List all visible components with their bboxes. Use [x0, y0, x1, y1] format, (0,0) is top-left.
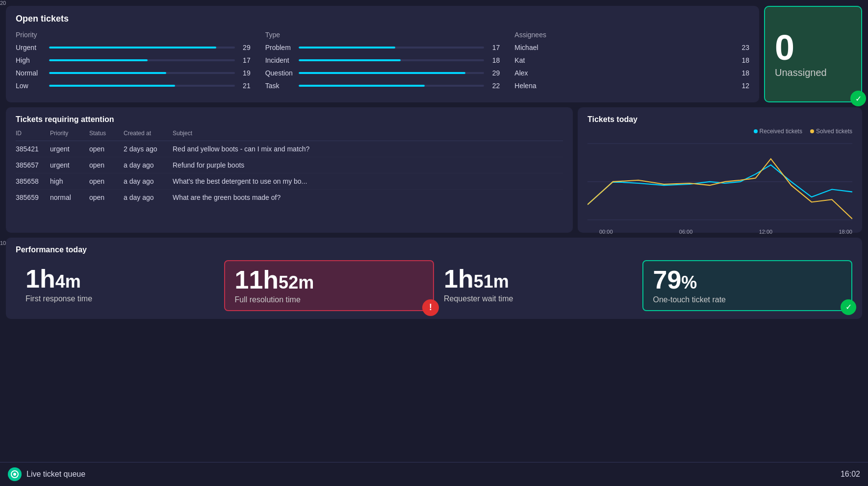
- x-label-0600: 06:00: [679, 229, 693, 235]
- type-section: Type Problem 17 Incident 18: [265, 31, 500, 95]
- unassigned-card: 0 Unassigned ✓: [764, 6, 862, 102]
- x-label-0000: 00:00: [599, 229, 613, 235]
- cell-created: a day ago: [124, 173, 173, 190]
- attention-title: Tickets requiring attention: [16, 115, 563, 124]
- bar-count-problem: 17: [488, 44, 500, 51]
- cell-priority: normal: [50, 190, 89, 206]
- assignee-count-alex: 18: [741, 69, 749, 77]
- performance-section: Performance today 1h4m First response ti…: [6, 238, 862, 319]
- assignee-row-kat: Kat 18: [514, 56, 749, 64]
- bar-label-high: High: [16, 56, 45, 64]
- bar-row-high: High 17: [16, 56, 251, 64]
- solved-line: [587, 159, 852, 219]
- dashboard: Open tickets Priority Urgent 29 High: [0, 0, 868, 486]
- metric-val2: 11h: [235, 266, 279, 294]
- legend-solved-label: Solved tickets: [816, 128, 852, 135]
- col-header-id: ID: [16, 130, 50, 141]
- footer-title: Live ticket queue: [26, 470, 85, 479]
- metric-first-response: 1h4m First response time: [16, 260, 224, 311]
- legend-solved: Solved tickets: [810, 128, 852, 135]
- assignee-row-michael: Michael 23: [514, 44, 749, 51]
- assignee-row-alex: Alex 18: [514, 69, 749, 77]
- bar-fill-urgent: [49, 47, 216, 49]
- middle-section: Tickets requiring attention ID Priority …: [6, 107, 862, 233]
- assignee-name-michael: Michael: [514, 44, 538, 51]
- performance-title: Performance today: [16, 245, 852, 254]
- cell-status: open: [89, 173, 124, 190]
- chart-legend: Received tickets Solved tickets: [587, 128, 852, 135]
- cell-created: 2 days ago: [124, 141, 173, 157]
- bar-fill-task: [299, 85, 425, 87]
- metric-full-resolution: 11h52m Full resolution time !: [224, 260, 434, 311]
- assignee-count-helena: 12: [741, 82, 749, 90]
- y-label-10: 10: [0, 240, 6, 246]
- unassigned-check-icon: ✓: [850, 91, 866, 106]
- cell-created: a day ago: [124, 190, 173, 206]
- cell-subject: Refund for purple boots: [173, 157, 563, 173]
- y-label-20: 20: [0, 0, 6, 6]
- metric-requester-wait: 1h51m Requester wait time: [434, 260, 642, 311]
- open-tickets-content: Priority Urgent 29 High 17: [16, 31, 749, 95]
- assignee-name-helena: Helena: [514, 82, 536, 90]
- chart-svg: [587, 139, 852, 225]
- bar-label-task: Task: [265, 82, 295, 90]
- bar-count-question: 29: [488, 69, 500, 77]
- bar-fill-low: [49, 85, 175, 87]
- cell-status: open: [89, 141, 124, 157]
- priority-section: Priority Urgent 29 High 17: [16, 31, 251, 95]
- assignee-count-kat: 18: [741, 56, 749, 64]
- bar-fill-problem: [299, 47, 395, 49]
- assignee-name-alex: Alex: [514, 69, 528, 77]
- bar-label-normal: Normal: [16, 69, 45, 77]
- attention-card: Tickets requiring attention ID Priority …: [6, 107, 573, 233]
- metric-one-touch: 79% One-touch ticket rate ✓: [642, 260, 853, 311]
- col-header-status: Status: [89, 130, 124, 141]
- bar-fill-high: [49, 59, 148, 61]
- bar-count-low: 21: [239, 82, 251, 90]
- bar-container-task: [299, 85, 485, 87]
- bar-container-problem: [299, 47, 485, 49]
- table-row[interactable]: 385658 high open a day ago What's the be…: [16, 173, 563, 190]
- bar-container-urgent: [49, 47, 235, 49]
- bar-count-task: 22: [488, 82, 500, 90]
- metric-label-requester-wait: Requester wait time: [444, 294, 633, 303]
- bar-row-problem: Problem 17: [265, 44, 500, 51]
- cell-id: 385421: [16, 141, 50, 157]
- x-label-1200: 12:00: [759, 229, 773, 235]
- table-row[interactable]: 385657 urgent open a day ago Refund for …: [16, 157, 563, 173]
- table-row[interactable]: 385659 normal open a day ago What are th…: [16, 190, 563, 206]
- table-row[interactable]: 385421 urgent open 2 days ago Red and ye…: [16, 141, 563, 157]
- performance-metrics: 1h4m First response time 11h52m Full res…: [16, 260, 852, 311]
- open-tickets-card: Open tickets Priority Urgent 29 High: [6, 6, 759, 102]
- assignee-count-michael: 23: [741, 44, 749, 51]
- assignees-label: Assignees: [514, 31, 749, 39]
- cell-id: 385657: [16, 157, 50, 173]
- chart-x-labels: 00:00 06:00 12:00 18:00: [587, 227, 852, 235]
- bar-count-incident: 18: [488, 56, 500, 64]
- one-touch-check-icon: ✓: [841, 299, 856, 315]
- legend-received-label: Received tickets: [760, 128, 802, 135]
- cell-priority: urgent: [50, 141, 89, 157]
- cell-id: 385659: [16, 190, 50, 206]
- bar-container-incident: [299, 59, 485, 61]
- assignee-name-kat: Kat: [514, 56, 525, 64]
- open-tickets-title: Open tickets: [16, 14, 749, 24]
- metric-label-full-resolution: Full resolution time: [235, 295, 424, 304]
- footer-time: 16:02: [841, 470, 860, 479]
- received-line: [587, 165, 852, 205]
- chart-area: 00:00 06:00 12:00 18:00: [587, 139, 852, 225]
- metric-val3: 1h: [444, 265, 474, 293]
- metric-label-first-response: First response time: [26, 294, 214, 303]
- cell-subject: Red and yellow boots - can I mix and mat…: [173, 141, 563, 157]
- bar-label-problem: Problem: [265, 44, 295, 51]
- metric-val1: 1h: [26, 265, 55, 293]
- cell-status: open: [89, 157, 124, 173]
- bar-fill-question: [299, 72, 466, 74]
- bar-row-question: Question 29: [265, 69, 500, 77]
- assignees-section: Assignees Michael 23 Kat 18 Alex 18 Hel: [514, 31, 749, 95]
- bar-count-high: 17: [239, 56, 251, 64]
- cell-status: open: [89, 190, 124, 206]
- metric-val4: 79: [653, 266, 682, 294]
- col-header-created: Created at: [124, 130, 173, 141]
- footer-logo-icon: [8, 467, 22, 481]
